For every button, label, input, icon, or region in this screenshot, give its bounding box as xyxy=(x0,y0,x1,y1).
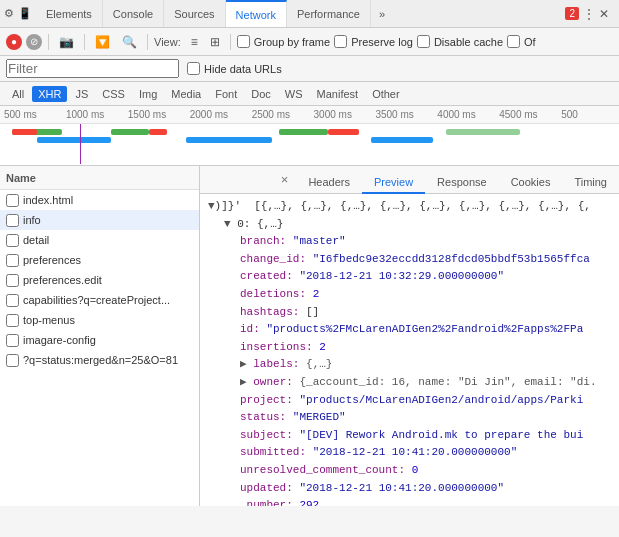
device-icon[interactable]: 📱 xyxy=(18,7,32,20)
tab-response[interactable]: Response xyxy=(425,172,499,194)
hide-data-urls-checkbox[interactable] xyxy=(187,62,200,75)
timeline-cursor xyxy=(80,124,81,164)
type-media[interactable]: Media xyxy=(165,86,207,102)
expand-owner[interactable]: ▶ xyxy=(240,376,247,388)
offline-label[interactable]: Of xyxy=(507,35,536,48)
tab-preview[interactable]: Preview xyxy=(362,172,425,194)
ruler-4500ms: 4500 ms xyxy=(495,109,557,120)
group-by-frame-label[interactable]: Group by frame xyxy=(237,35,330,48)
devtools-icon: ⚙ xyxy=(4,7,14,20)
record-button[interactable]: ● xyxy=(6,34,22,50)
preserve-log-label[interactable]: Preserve log xyxy=(334,35,413,48)
close-icon[interactable]: ✕ xyxy=(599,7,609,21)
json-insertions: insertions: 2 xyxy=(208,339,611,357)
expand-labels[interactable]: ▶ xyxy=(240,358,247,370)
menu-icon[interactable]: ⋮ xyxy=(583,7,595,21)
file-checkbox-index[interactable] xyxy=(6,194,19,207)
view-waterfall-button[interactable]: ⊞ xyxy=(206,33,224,51)
file-checkbox-capabilities[interactable] xyxy=(6,294,19,307)
file-item-index[interactable]: index.html xyxy=(0,190,199,210)
json-status: status: "MERGED" xyxy=(208,409,611,427)
json-item0: ▼ 0: {,…} xyxy=(208,216,611,234)
file-checkbox-info[interactable] xyxy=(6,214,19,227)
tab-sources[interactable]: Sources xyxy=(164,0,225,27)
file-item-preferences[interactable]: preferences xyxy=(0,250,199,270)
file-item-detail[interactable]: detail xyxy=(0,230,199,250)
search-button[interactable]: 🔍 xyxy=(118,33,141,51)
view-label: View: xyxy=(154,36,181,48)
timeline-bar-6 xyxy=(186,137,273,143)
ruler-1500ms: 1500 ms xyxy=(124,109,186,120)
offline-checkbox[interactable] xyxy=(507,35,520,48)
tab-timing[interactable]: Timing xyxy=(562,172,619,194)
type-other[interactable]: Other xyxy=(366,86,406,102)
file-item-query[interactable]: ?q=status:merged&n=25&O=81 xyxy=(0,350,199,370)
tab-network[interactable]: Network xyxy=(226,0,287,27)
type-manifest[interactable]: Manifest xyxy=(311,86,365,102)
hide-data-urls-label[interactable]: Hide data URLs xyxy=(187,62,282,75)
file-item-preferences-edit[interactable]: preferences.edit xyxy=(0,270,199,290)
json-change-id: change_id: "I6fbedc9e32eccdd3128fdcd05bb… xyxy=(208,251,611,269)
type-all[interactable]: All xyxy=(6,86,30,102)
disable-cache-checkbox[interactable] xyxy=(417,35,430,48)
timeline-bar-7 xyxy=(279,129,329,135)
type-xhr[interactable]: XHR xyxy=(32,86,67,102)
file-item-info[interactable]: info xyxy=(0,210,199,230)
group-by-frame-checkbox[interactable] xyxy=(237,35,250,48)
filter-button[interactable]: 🔽 xyxy=(91,33,114,51)
json-content[interactable]: ▼)]}' [{,…}, {,…}, {,…}, {,…}, {,…}, {,…… xyxy=(200,194,619,506)
json-unresolved: unresolved_comment_count: 0 xyxy=(208,462,611,480)
file-checkbox-query[interactable] xyxy=(6,354,19,367)
divider-3 xyxy=(147,34,148,50)
json-deletions: deletions: 2 xyxy=(208,286,611,304)
detail-close[interactable]: × xyxy=(273,168,297,191)
expand-0[interactable]: ▼ xyxy=(224,218,231,230)
type-js[interactable]: JS xyxy=(69,86,94,102)
file-checkbox-imagare[interactable] xyxy=(6,334,19,347)
ruler-500ms-2: 500 xyxy=(557,109,619,120)
ruler-2000ms: 2000 ms xyxy=(186,109,248,120)
file-item-imagare[interactable]: imagare-config xyxy=(0,330,199,350)
json-subject: subject: "[DEV] Rework Android.mk to pre… xyxy=(208,427,611,445)
timeline: 500 ms 1000 ms 1500 ms 2000 ms 2500 ms 3… xyxy=(0,106,619,166)
timeline-bars[interactable] xyxy=(0,124,619,164)
timeline-bar-9 xyxy=(371,137,433,143)
file-item-capabilities[interactable]: capabilities?q=createProject... xyxy=(0,290,199,310)
error-badge[interactable]: 2 xyxy=(565,7,579,20)
file-item-top-menus[interactable]: top-menus xyxy=(0,310,199,330)
file-list: Name index.html info detail preferences … xyxy=(0,166,200,506)
tab-headers[interactable]: Headers xyxy=(296,172,362,194)
json-labels: ▶ labels: {,…} xyxy=(208,356,611,374)
json-root: ▼)]}' [{,…}, {,…}, {,…}, {,…}, {,…}, {,…… xyxy=(208,198,611,216)
file-checkbox-detail[interactable] xyxy=(6,234,19,247)
tab-console[interactable]: Console xyxy=(103,0,164,27)
expand-root[interactable]: ▼ xyxy=(208,200,215,212)
filter-input[interactable] xyxy=(6,59,179,78)
tab-cookies[interactable]: Cookies xyxy=(499,172,563,194)
tab-elements[interactable]: Elements xyxy=(36,0,103,27)
timeline-bar-4 xyxy=(111,129,148,135)
stop-button[interactable]: ⊘ xyxy=(26,34,42,50)
camera-button[interactable]: 📷 xyxy=(55,33,78,51)
type-css[interactable]: CSS xyxy=(96,86,131,102)
json-branch: branch: "master" xyxy=(208,233,611,251)
disable-cache-label[interactable]: Disable cache xyxy=(417,35,503,48)
type-font[interactable]: Font xyxy=(209,86,243,102)
more-tabs-button[interactable]: » xyxy=(373,8,391,20)
type-doc[interactable]: Doc xyxy=(245,86,277,102)
toolbar: ● ⊘ 📷 🔽 🔍 View: ≡ ⊞ Group by frame Prese… xyxy=(0,28,619,56)
view-list-button[interactable]: ≡ xyxy=(187,33,202,51)
type-ws[interactable]: WS xyxy=(279,86,309,102)
divider-4 xyxy=(230,34,231,50)
divider-1 xyxy=(48,34,49,50)
type-img[interactable]: Img xyxy=(133,86,163,102)
preserve-log-checkbox[interactable] xyxy=(334,35,347,48)
timeline-bar-3 xyxy=(37,137,111,143)
filter-row: Hide data URLs xyxy=(0,56,619,82)
file-checkbox-top-menus[interactable] xyxy=(6,314,19,327)
json-created: created: "2018-12-21 10:32:29.000000000" xyxy=(208,268,611,286)
ruler-2500ms: 2500 ms xyxy=(248,109,310,120)
tab-performance[interactable]: Performance xyxy=(287,0,371,27)
file-checkbox-preferences-edit[interactable] xyxy=(6,274,19,287)
file-checkbox-preferences[interactable] xyxy=(6,254,19,267)
